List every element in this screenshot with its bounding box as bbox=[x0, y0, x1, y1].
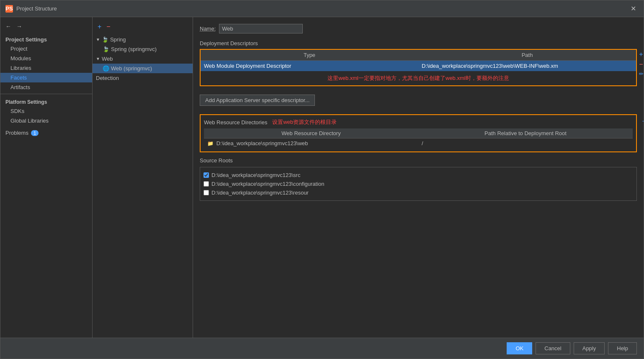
web-dir-column-header: Web Resource Directory bbox=[204, 128, 418, 138]
web-resource-container: Web Resource Directories 设置web资源文件的根目录 W… bbox=[200, 114, 637, 152]
deployment-table-row[interactable]: Web Module Deployment Descriptor D:\idea… bbox=[201, 61, 636, 71]
sidebar-item-sdks[interactable]: SDKs bbox=[0, 106, 92, 116]
help-button[interactable]: Help bbox=[608, 342, 637, 354]
source-root-row-1: D:\idea_workplace\springmvc123\configura… bbox=[204, 180, 633, 188]
problems-label: Problems bbox=[5, 130, 28, 136]
deployment-type-cell: Web Module Deployment Descriptor bbox=[201, 61, 418, 71]
ok-button[interactable]: OK bbox=[507, 342, 532, 354]
name-row: Name: bbox=[200, 24, 637, 33]
sidebar: ← → Project Settings Project Modules Lib… bbox=[0, 17, 93, 338]
svg-text:PS: PS bbox=[5, 5, 13, 12]
web-springmvc-label: Web (springmvc) bbox=[111, 65, 152, 72]
add-server-descriptor-button[interactable]: Add Application Server specific descript… bbox=[200, 95, 315, 106]
sidebar-item-libraries[interactable]: Libraries bbox=[0, 63, 92, 73]
title-bar: PS Project Structure ✕ bbox=[0, 0, 644, 17]
web-arrow-icon: ▼ bbox=[96, 56, 100, 61]
sidebar-separator bbox=[0, 94, 92, 94]
source-root-label-0: D:\idea_workplace\springmvc123\src bbox=[211, 172, 300, 178]
deployment-descriptors-title: Deployment Descriptors bbox=[200, 40, 637, 46]
add-facet-button[interactable]: + bbox=[96, 22, 103, 31]
cancel-button[interactable]: Cancel bbox=[536, 342, 570, 354]
web-resource-expand-button[interactable]: » bbox=[643, 145, 644, 151]
middle-toolbar: + − bbox=[93, 21, 193, 35]
project-structure-dialog: PS Project Structure ✕ ← → Project Setti… bbox=[0, 0, 644, 359]
detection-item[interactable]: Detection bbox=[93, 73, 193, 83]
web-table-row[interactable]: 📁 D:\idea_workplace\springmvc123\web / bbox=[204, 138, 633, 148]
middle-panel: + − ▼ 🍃 Spring 🍃 Spring (springmvc) ▼ We… bbox=[93, 17, 193, 338]
deployment-path-cell: D:\idea_workplace\springmvc123\web\WEB-I… bbox=[418, 61, 636, 71]
web-path-cell: / bbox=[418, 138, 633, 148]
deployment-table: Type Path Web Module Deployment Descript… bbox=[201, 50, 636, 85]
type-column-header: Type bbox=[201, 50, 418, 60]
dialog-title: Project Structure bbox=[16, 5, 57, 12]
source-roots-title: Source Roots bbox=[200, 157, 637, 164]
deployment-descriptors-box: Type Path Web Module Deployment Descript… bbox=[200, 49, 637, 86]
web-path-column-header: Path Relative to Deployment Root bbox=[418, 128, 633, 138]
name-label: Name: bbox=[200, 26, 216, 32]
tree-item-spring-mvc[interactable]: 🍃 Spring (springmvc) bbox=[93, 44, 193, 54]
nav-forward-button[interactable]: → bbox=[15, 22, 24, 31]
source-root-checkbox-2[interactable] bbox=[204, 190, 209, 195]
path-column-header: Path bbox=[418, 50, 636, 60]
source-roots-section: Source Roots D:\idea_workplace\springmvc… bbox=[200, 157, 637, 201]
source-root-row-2: D:\idea_workplace\springmvc123\resour bbox=[204, 188, 633, 197]
source-root-label-1: D:\idea_workplace\springmvc123\configura… bbox=[211, 181, 325, 187]
deployment-edit-button[interactable]: ✏ bbox=[637, 70, 644, 78]
spring-label: Spring bbox=[110, 36, 126, 43]
project-settings-header: Project Settings bbox=[0, 34, 92, 44]
web-dir-cell: 📁 D:\idea_workplace\springmvc123\web bbox=[204, 138, 418, 148]
title-bar-left: PS Project Structure bbox=[5, 5, 57, 13]
platform-settings-header: Platform Settings bbox=[0, 97, 92, 106]
source-root-label-2: D:\idea_workplace\springmvc123\resour bbox=[211, 190, 309, 196]
source-root-checkbox-0[interactable] bbox=[204, 172, 209, 178]
deployment-table-note: 这里web.xml一定要指对地方，尤其当自己创建了web.xml时，要额外的注意 bbox=[201, 71, 636, 85]
main-panel: Name: Deployment Descriptors Type Path W… bbox=[193, 17, 644, 338]
tree-item-spring[interactable]: ▼ 🍃 Spring bbox=[93, 35, 193, 44]
problems-badge: 1 bbox=[31, 130, 39, 136]
source-roots-box: D:\idea_workplace\springmvc123\src D:\id… bbox=[200, 167, 637, 201]
web-resource-note: 设置web资源文件的根目录 bbox=[272, 118, 337, 126]
close-button[interactable]: ✕ bbox=[628, 4, 639, 13]
tree-item-web[interactable]: ▼ Web bbox=[93, 54, 193, 64]
sidebar-item-facets[interactable]: Facets bbox=[0, 73, 92, 82]
spring-icon: 🍃 bbox=[102, 36, 108, 43]
web-resource-title: Web Resource Directories bbox=[204, 119, 267, 126]
nav-back-button[interactable]: ← bbox=[4, 22, 13, 31]
spring-mvc-icon: 🍃 bbox=[103, 46, 109, 52]
deployment-remove-button[interactable]: − bbox=[637, 60, 644, 69]
remove-facet-button[interactable]: − bbox=[105, 22, 112, 31]
source-root-checkbox-1[interactable] bbox=[204, 181, 209, 187]
web-table-header: Web Resource Directory Path Relative to … bbox=[204, 128, 633, 138]
web-resource-title-row: Web Resource Directories 设置web资源文件的根目录 bbox=[204, 118, 633, 126]
apply-button[interactable]: Apply bbox=[574, 342, 605, 354]
web-resource-add-button[interactable]: + bbox=[642, 118, 644, 125]
deployment-descriptors-container: Type Path Web Module Deployment Descript… bbox=[200, 49, 637, 109]
folder-icon: 📁 bbox=[207, 141, 214, 146]
content-area: ← → Project Settings Project Modules Lib… bbox=[0, 17, 644, 338]
tree-item-web-springmvc[interactable]: 🌐 Web (springmvc) bbox=[93, 64, 193, 73]
deployment-table-header: Type Path bbox=[201, 50, 636, 61]
sidebar-item-problems[interactable]: Problems 1 bbox=[0, 127, 92, 138]
deployment-side-buttons: + − ✏ bbox=[637, 50, 644, 78]
sidebar-item-modules[interactable]: Modules bbox=[0, 54, 92, 63]
deployment-add-button[interactable]: + bbox=[637, 50, 644, 59]
web-springmvc-icon: 🌐 bbox=[103, 65, 109, 72]
spring-arrow-icon: ▼ bbox=[96, 37, 100, 42]
footer: OK Cancel Apply Help bbox=[0, 338, 644, 359]
source-root-row-0: D:\idea_workplace\springmvc123\src bbox=[204, 171, 633, 180]
sidebar-item-artifacts[interactable]: Artifacts bbox=[0, 82, 92, 92]
web-label: Web bbox=[102, 56, 113, 62]
sidebar-nav: ← → bbox=[0, 21, 92, 34]
web-resource-box: Web Resource Directories 设置web资源文件的根目录 W… bbox=[200, 114, 637, 152]
sidebar-item-global-libraries[interactable]: Global Libraries bbox=[0, 116, 92, 126]
spring-mvc-label: Spring (springmvc) bbox=[111, 46, 157, 52]
app-icon: PS bbox=[5, 5, 13, 13]
sidebar-item-project[interactable]: Project bbox=[0, 44, 92, 54]
name-input[interactable] bbox=[219, 24, 303, 33]
